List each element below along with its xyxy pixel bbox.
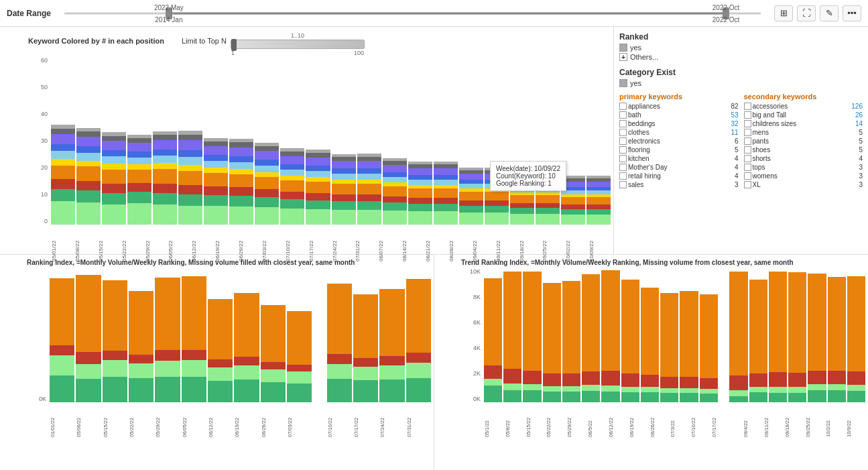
table-row [208,268,233,402]
x-label: 05/29/22 [566,404,586,437]
top-bar: Date Range 2022 May 2022 Oct 2014 Jan 20… [0,0,868,27]
x-label: 07/10/22 [327,404,352,437]
x-label: 09/25/22 [805,404,824,437]
x-label: 06/19/22 [234,404,259,437]
table-row [332,57,356,225]
kw-checkbox[interactable] [619,172,627,180]
slider-right-label: 2022 Oct [712,4,740,11]
table-row [229,57,253,225]
slider-top-label: 1..10 [291,32,304,39]
keywords-panel: primary keywords appliances 82 bath 53 b… [619,93,863,190]
table-row [769,268,787,402]
table-row [536,57,560,225]
x-label: 05/22/22 [546,404,565,437]
kw-checkbox[interactable] [744,146,751,154]
tooltip-week: Week(date): 10/09/22 [496,165,560,172]
table-row [582,268,600,402]
table-row [621,268,639,402]
kw-row: big and Tall 26 [744,111,863,119]
kw-checkbox[interactable] [744,164,751,171]
expand-icon[interactable]: ⛶ [797,5,816,21]
kw-checkbox[interactable] [744,181,751,188]
kw-checkbox[interactable] [619,137,627,145]
secondary-keywords-title[interactable]: secondary keywords [744,93,863,101]
legend-color-cat-yes [619,79,627,87]
kw-checkbox[interactable] [744,172,751,180]
kw-checkbox[interactable] [619,164,627,171]
x-label: 06/26/22 [261,404,286,437]
x-label: 05/06/22 [76,404,101,437]
table-row [601,268,619,402]
kw-checkbox[interactable] [744,120,751,127]
bottom-left-bar-chart: 0K [27,268,431,402]
kw-checkbox[interactable] [619,103,627,110]
table-row [261,268,286,402]
slider-left-label: 2022 May [154,4,184,11]
bottom-right-y-axis: 10K 8K 6K 4K 2K 0K [461,268,483,402]
kw-checkbox[interactable] [619,129,627,136]
legend-item-cat-yes: yes [619,79,863,87]
table-row [353,268,378,402]
x-label: 07/31/22 [406,404,431,437]
x-label: 10/2/22 [825,404,845,437]
x-label: 06/12/22 [208,404,233,437]
x-label: 06/19/22 [629,404,648,437]
x-label: 06/5/22 [587,404,607,437]
primary-keywords-col: primary keywords appliances 82 bath 53 b… [619,93,739,190]
kw-row: appliances 82 [619,103,739,110]
tooltip-count: Count(Keyword): 10 [496,172,560,180]
more-icon[interactable]: ••• [843,5,861,21]
table-row [408,57,432,225]
kw-row: XL 3 [744,181,863,188]
plus-icon[interactable]: + [619,53,627,61]
ranked-title: Ranked [619,32,863,42]
kw-checkbox[interactable] [619,120,627,127]
x-label: 07/03/22 [287,404,312,437]
kw-row: tops 3 [744,164,863,171]
legend-item-others[interactable]: + Others... [619,53,863,61]
kw-row: pants 5 [744,137,863,145]
kw-row: beddings 32 [619,120,739,127]
table-row [749,268,767,402]
kw-checkbox[interactable] [744,129,751,136]
kw-checkbox[interactable] [619,146,627,154]
kw-row: shoes 5 [744,146,863,154]
table-row [51,57,75,225]
table-row [306,57,330,225]
kw-checkbox[interactable] [744,103,751,110]
table-row [828,268,846,402]
kw-row: womens 3 [744,172,863,180]
x-label: 09/4/22 [743,404,762,437]
kw-checkbox[interactable] [744,137,751,145]
secondary-keywords-col: secondary keywords accessories 126 big a… [744,93,863,190]
legend-item-yes: yes [619,44,863,52]
kw-checkbox[interactable] [744,111,751,119]
kw-row: childrens sizes 14 [744,120,863,127]
kw-checkbox[interactable] [744,155,751,162]
kw-row: bath 53 [619,111,739,119]
top-n-track[interactable]: 1 100 [231,40,365,49]
kw-checkbox[interactable] [619,181,627,188]
bottom-right-chart: Trend Ranking Index, =Monthly Volume/Wee… [434,255,868,470]
table-row [178,57,202,225]
grid-icon[interactable]: ⊞ [774,5,793,21]
right-sidebar: Ranked yes + Others... Category Exist [613,27,868,254]
kw-row: shorts 4 [744,155,863,162]
primary-keywords-title[interactable]: primary keywords [619,93,739,101]
date-range-slider[interactable]: 2022 May 2022 Oct 2014 Jan 2022 Oct [64,3,761,23]
table-row [459,57,483,225]
edit-icon[interactable]: ✎ [820,5,839,21]
x-label: 06/12/22 [608,404,627,437]
x-label: 05/15/22 [103,404,127,437]
kw-row: electronics 6 [619,137,739,145]
kw-checkbox[interactable] [619,155,627,162]
table-row [586,57,611,225]
table-row [788,268,806,402]
table-row [153,57,177,225]
table-row [808,268,826,402]
bottom-right-title: Trend Ranking Index, =Monthly Volume/Wee… [461,259,865,266]
x-label: 05/22/22 [129,404,153,437]
limit-label: Limit to Top N [182,37,227,45]
kw-checkbox[interactable] [619,111,627,119]
top-chart-section: Keyword Colored by # in each position Li… [0,27,868,255]
